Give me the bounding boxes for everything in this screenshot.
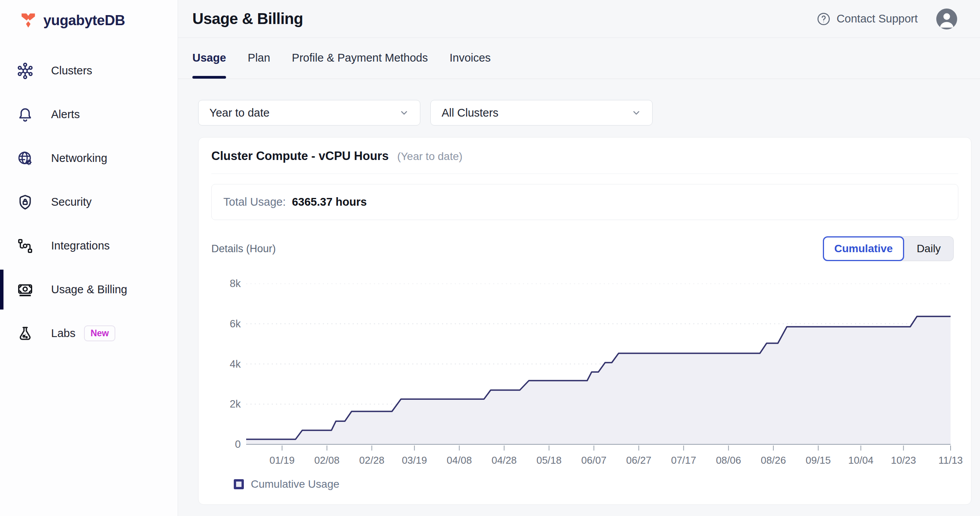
brand-name: yugabyteDB [43,12,125,29]
security-icon [16,193,34,211]
x-axis-label: 02/08 [308,454,346,466]
brand-logo[interactable]: yugabyteDB [0,0,178,29]
sidebar-item-networking[interactable]: Networking [0,136,178,180]
y-axis-label: 4k [211,358,241,370]
total-usage-box: Total Usage: 6365.37 hours [211,184,958,220]
contact-support-label: Contact Support [836,12,918,25]
tab-invoices[interactable]: Invoices [449,38,490,79]
user-avatar[interactable] [936,9,957,29]
sidebar-item-security[interactable]: Security [0,180,178,224]
daily-toggle-button[interactable]: Daily [899,236,954,261]
labs-icon [16,325,34,342]
x-axis-label: 04/08 [440,454,479,466]
x-axis-label: 05/18 [529,454,568,466]
usage-card-subtitle: (Year to date) [397,150,463,163]
usage-card-header: Cluster Compute - vCPU Hours (Year to da… [211,149,958,163]
x-axis-label: 02/28 [353,454,391,466]
active-indicator-bar [0,270,3,310]
tab-plan[interactable]: Plan [248,38,270,79]
chevron-down-icon [630,106,643,119]
details-row: Details (Hour) Cumulative Daily [211,236,958,261]
sidebar-item-usage-billing[interactable]: Usage & Billing [0,268,178,311]
x-axis-label: 07/17 [664,454,703,466]
alerts-icon [16,106,34,124]
filters-row: Year to date All Clusters [198,100,980,126]
chart-plot-area[interactable] [246,284,954,452]
tab-bar: UsagePlanProfile & Payment MethodsInvoic… [178,38,980,79]
sidebar-item-label: Alerts [51,108,80,121]
usage-billing-icon [16,281,34,299]
legend-swatch-icon [234,479,244,489]
topbar: Usage & Billing Contact Support [178,0,980,38]
series-area-fill [246,316,951,444]
sidebar-item-label: Clusters [51,64,92,77]
x-axis-label: 09/15 [799,454,838,466]
x-axis-label: 08/06 [709,454,748,466]
tab-usage[interactable]: Usage [192,38,226,79]
cumulative-toggle-button[interactable]: Cumulative [823,236,904,261]
cluster-select-value: All Clusters [442,107,499,119]
card-divider [211,174,958,174]
y-axis-label: 6k [211,318,241,330]
y-axis-label: 0 [211,439,241,450]
main-content: Usage & Billing Contact Support UsagePl [178,0,980,516]
sidebar-item-alerts[interactable]: Alerts [0,93,178,136]
sidebar-item-label: Integrations [51,239,110,252]
details-label: Details (Hour) [211,243,276,255]
period-select-value: Year to date [209,107,269,119]
x-axis-label: 01/19 [263,454,302,466]
chart-legend-item[interactable]: Cumulative Usage [211,478,958,490]
sidebar-item-label: Usage & Billing [51,283,127,296]
cluster-select[interactable]: All Clusters [430,100,653,126]
networking-icon [16,150,34,167]
usage-card-title: Cluster Compute - vCPU Hours [211,149,389,163]
yugabytedb-logo-icon [19,12,37,29]
usage-card: Cluster Compute - vCPU Hours (Year to da… [198,137,971,505]
sidebar-item-integrations[interactable]: Integrations [0,224,178,268]
y-axis-label: 2k [211,398,241,410]
y-axis-label: 8k [211,278,241,289]
view-toggle: Cumulative Daily [823,236,954,261]
x-axis-label: 03/19 [395,454,434,466]
tab-profile-payment[interactable]: Profile & Payment Methods [292,38,428,79]
sidebar-item-clusters[interactable]: Clusters [0,49,178,93]
sidebar-item-label: Security [51,196,92,208]
x-axis-label: 10/23 [884,454,923,466]
x-axis-label: 04/28 [485,454,524,466]
total-usage-label: Total Usage: [223,196,286,208]
x-axis-label: 11/13 [931,454,970,466]
x-axis-label: 06/07 [574,454,613,466]
page-title: Usage & Billing [192,10,303,28]
period-select[interactable]: Year to date [198,100,420,126]
sidebar-item-label: Labs [51,327,75,340]
chevron-down-icon [397,106,411,119]
new-badge: New [84,325,115,341]
usage-chart: 02k4k6k8k01/1902/0802/2803/1904/0804/280… [211,279,958,473]
topbar-actions: Contact Support [816,9,957,29]
x-axis-label: 10/04 [841,454,880,466]
x-axis-label: 08/26 [754,454,793,466]
total-usage-value: 6365.37 hours [292,196,367,208]
contact-support-button[interactable]: Contact Support [816,12,918,26]
help-question-icon [816,12,831,26]
legend-label: Cumulative Usage [251,478,339,490]
sidebar-item-label: Networking [51,152,107,165]
integrations-icon [16,237,34,255]
sidebar-item-labs[interactable]: LabsNew [0,311,178,355]
sidebar-nav: ClustersAlertsNetworkingSecurityIntegrat… [0,49,178,355]
x-axis-label: 06/27 [619,454,658,466]
clusters-icon [16,62,34,80]
sidebar: yugabyteDB ClustersAlertsNetworkingSecur… [0,0,178,516]
